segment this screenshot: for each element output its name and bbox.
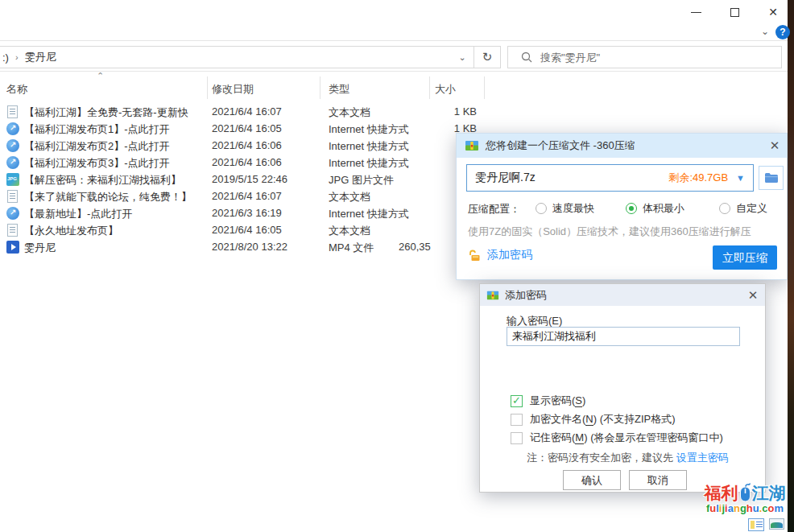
remember-password-checkbox[interactable]: 记住密码(M) (将会显示在管理密码窗口中) <box>511 431 723 445</box>
mp4-file-icon <box>6 241 19 254</box>
navigation-toolbar: :) › 雯丹尼 ⌄ ↻ <box>0 41 788 72</box>
divider[interactable] <box>484 76 485 99</box>
url-file-icon <box>6 139 19 152</box>
compression-config-row: 压缩配置： 速度最快 体积最小 自定义 <box>468 201 777 216</box>
ribbon-collapse-chevron-icon[interactable]: ⌄ <box>755 24 775 40</box>
file-size: 1 KB <box>399 105 477 118</box>
txt-file-icon <box>7 190 18 203</box>
cancel-button[interactable]: 取消 <box>629 470 687 490</box>
file-name[interactable]: 【福利江湖】全免费-无套路-更新快 <box>24 105 188 120</box>
address-bar[interactable]: :) › 雯丹尼 ⌄ ↻ <box>0 46 501 68</box>
txt-file-icon <box>7 224 18 237</box>
file-type: 文本文档 <box>329 224 370 238</box>
password-input[interactable] <box>507 327 740 346</box>
refresh-icon[interactable]: ↻ <box>474 47 500 68</box>
radio-label: 自定义 <box>736 201 767 216</box>
watermark-text-right: 江湖 <box>752 485 786 501</box>
archive-filename-input[interactable] <box>475 171 668 184</box>
radio-icon <box>536 203 547 214</box>
file-row[interactable]: 【福利江湖】全免费-无套路-更新快 2021/6/4 16:07 文本文档 1 … <box>0 104 788 121</box>
address-dropdown-icon[interactable]: ⌄ <box>451 47 474 68</box>
dialog-title: 您将创建一个压缩文件 -360压缩 <box>486 138 635 153</box>
solid-compression-hint: 使用7Z的固实（Solid）压缩技术，建议使用360压缩进行解压 <box>468 225 751 239</box>
file-date: 2019/5/15 22:46 <box>212 173 287 185</box>
sort-ascending-icon: ⌃ <box>97 71 104 81</box>
file-date: 2021/6/4 16:06 <box>212 156 282 168</box>
browse-folder-button[interactable] <box>759 166 784 190</box>
file-name[interactable]: 【解压密码：来福利江湖找福利】 <box>24 173 181 188</box>
url-file-icon <box>6 156 19 169</box>
radio-selected-icon <box>626 203 637 214</box>
add-password-label: 添加密码 <box>487 248 532 262</box>
checkbox-checked-icon <box>511 395 523 407</box>
desktop-corner-icons <box>748 518 784 531</box>
file-name[interactable]: 【福利江湖发布页1】-点此打开 <box>24 122 170 137</box>
file-date: 2021/6/4 16:07 <box>212 190 282 202</box>
file-type: Internet 快捷方式 <box>329 139 409 154</box>
open-lock-icon <box>468 249 481 262</box>
divider[interactable] <box>320 76 320 99</box>
watermark-domain: fulijianghu.com <box>701 502 789 515</box>
file-type: Internet 快捷方式 <box>329 207 409 221</box>
column-header-date[interactable]: 修改日期 <box>212 82 254 97</box>
show-password-checkbox[interactable]: 显示密码(S) <box>511 394 585 408</box>
file-date: 2021/6/4 16:05 <box>212 122 282 134</box>
file-name[interactable]: 【永久地址发布页】 <box>24 224 118 238</box>
file-date: 2021/8/20 13:22 <box>212 241 287 253</box>
file-name[interactable]: 雯丹尼 <box>24 241 56 255</box>
checkbox-icon <box>511 432 523 444</box>
search-input[interactable] <box>540 52 781 64</box>
jpg-file-icon <box>6 173 19 186</box>
compress-now-button[interactable]: 立即压缩 <box>713 245 777 270</box>
url-file-icon <box>6 207 19 220</box>
radio-custom[interactable]: 自定义 <box>719 201 767 216</box>
close-icon[interactable]: ✕ <box>741 288 765 303</box>
file-name[interactable]: 【福利江湖发布页2】-点此打开 <box>24 139 170 154</box>
dialog-title: 添加密码 <box>505 288 547 303</box>
column-header-name[interactable]: 名称 <box>6 82 27 97</box>
confirm-button[interactable]: 确认 <box>563 470 621 490</box>
file-name[interactable]: 【来了就能下载的论坛，纯免费！】 <box>24 190 192 204</box>
divider[interactable] <box>207 76 208 99</box>
explorer-window: ✕ ⌄ ? :) › 雯丹尼 ⌄ ↻ ⌃ 名称 修改日期 类型 大小 <box>0 0 794 532</box>
txt-file-icon <box>7 105 18 118</box>
file-type: MP4 文件 <box>329 241 374 255</box>
close-icon[interactable]: ✕ <box>763 138 787 153</box>
column-header-size[interactable]: 大小 <box>435 82 456 97</box>
file-name[interactable]: 【福利江湖发布页3】-点此打开 <box>24 156 170 171</box>
divider[interactable] <box>429 76 430 99</box>
folder-icon <box>764 172 779 184</box>
file-type: Internet 快捷方式 <box>329 122 409 137</box>
radio-label: 体积最小 <box>643 201 684 216</box>
mouse-icon <box>739 483 751 502</box>
search-box[interactable] <box>507 46 782 68</box>
radio-fastest-speed[interactable]: 速度最快 <box>536 201 594 216</box>
close-button[interactable]: ✕ <box>755 0 791 24</box>
help-icon[interactable]: ? <box>775 25 790 39</box>
360zip-app-icon <box>465 138 479 153</box>
file-name[interactable]: 【最新地址】-点此打开 <box>24 207 132 221</box>
maximize-button[interactable] <box>717 0 752 24</box>
add-password-dialog: 添加密码 ✕ 输入密码(E) 显示密码(S) 加密文件名(N) (不支持ZIP格… <box>479 283 766 493</box>
file-type: 文本文档 <box>329 105 370 120</box>
checkbox-label: 显示密码(S) <box>530 394 585 408</box>
minimize-button[interactable] <box>678 0 713 24</box>
file-type: Internet 快捷方式 <box>329 156 409 171</box>
location-dropdown-icon[interactable]: ▼ <box>728 173 753 183</box>
image-file-icon <box>769 518 784 530</box>
archive-filename-box: 剩余:49.7GB ▼ <box>466 164 754 192</box>
add-password-link[interactable]: 添加密码 <box>468 248 532 262</box>
breadcrumb-folder[interactable]: 雯丹尼 <box>25 50 56 64</box>
set-master-password-link[interactable]: 设置主密码 <box>676 452 729 464</box>
config-label: 压缩配置： <box>468 202 520 217</box>
url-file-icon <box>6 122 19 135</box>
radio-smallest-size[interactable]: 体积最小 <box>626 201 684 216</box>
encrypt-filename-checkbox[interactable]: 加密文件名(N) (不支持ZIP格式) <box>511 412 676 427</box>
file-type: 文本文档 <box>329 190 370 204</box>
checkbox-label: 加密文件名(N) (不支持ZIP格式) <box>530 412 676 427</box>
column-header-type[interactable]: 类型 <box>329 82 349 97</box>
password-security-note: 注：密码没有安全加密，建议先 设置主密码 <box>527 451 729 465</box>
ribbon-row: ⌄ ? <box>0 24 788 41</box>
minimize-icon <box>691 12 701 13</box>
breadcrumb-drive[interactable]: :) <box>2 52 9 64</box>
